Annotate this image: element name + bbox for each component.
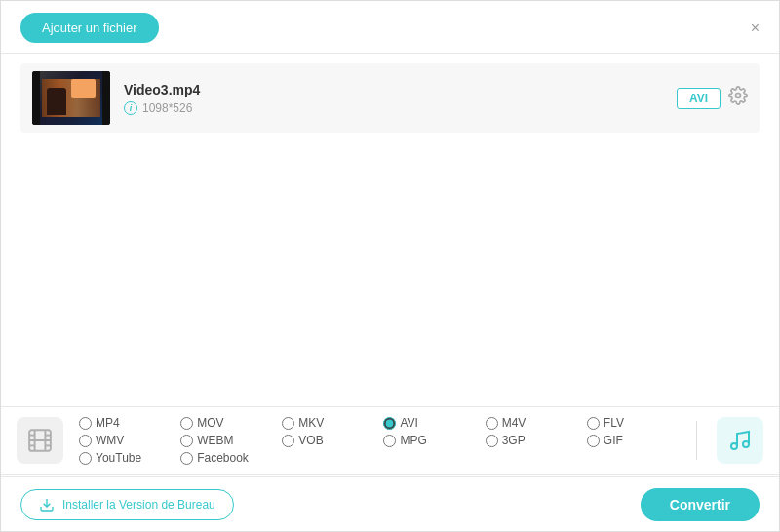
format-option-3gp[interactable]: 3GP (486, 432, 587, 449)
file-meta: i 1098*526 (124, 101, 677, 115)
file-list: Video3.mp4 i 1098*526 AVI (1, 54, 779, 346)
audio-format-button[interactable] (717, 417, 763, 464)
svg-point-10 (743, 441, 749, 447)
format-label-mp4[interactable]: MP4 (96, 416, 120, 430)
format-label-wmv[interactable]: WMV (96, 434, 124, 447)
format-bar: MP4 MOV MKV AVI M4V FLV WMV WEBM (1, 406, 779, 475)
format-label-youtube[interactable]: YouTube (96, 451, 141, 465)
format-label-mov[interactable]: MOV (197, 416, 223, 430)
format-option-gif[interactable]: GIF (587, 432, 688, 449)
svg-point-0 (736, 94, 741, 98)
format-label-facebook[interactable]: Facebook (197, 451, 249, 465)
format-option-m4v[interactable]: M4V (486, 414, 587, 432)
format-label-mkv[interactable]: MKV (298, 416, 324, 430)
file-info: Video3.mp4 i 1098*526 (124, 82, 677, 115)
format-option-webm[interactable]: WEBM (180, 432, 282, 449)
convert-button[interactable]: Convertir (641, 488, 760, 521)
format-option-wmv[interactable]: WMV (79, 432, 180, 449)
video-format-icon-wrap[interactable] (17, 417, 63, 464)
format-label-avi[interactable]: AVI (400, 416, 417, 430)
format-option-mov[interactable]: MOV (180, 414, 282, 432)
format-label-flv[interactable]: FLV (604, 416, 624, 430)
install-desktop-button[interactable]: Installer la Version de Bureau (20, 489, 234, 520)
format-label-gif[interactable]: GIF (604, 434, 623, 447)
film-icon (27, 428, 53, 453)
format-option-vob[interactable]: VOB (282, 432, 383, 449)
footer: Installer la Version de Bureau Convertir (1, 476, 779, 531)
format-option-facebook[interactable]: Facebook (180, 449, 282, 467)
download-icon (39, 497, 55, 513)
close-button[interactable]: × (751, 20, 760, 36)
format-option-youtube[interactable]: YouTube (79, 449, 180, 467)
svg-point-9 (731, 443, 737, 449)
format-label-vob[interactable]: VOB (298, 434, 323, 447)
gear-icon (728, 86, 748, 105)
file-actions: AVI (677, 86, 748, 110)
file-item: Video3.mp4 i 1098*526 AVI (20, 63, 760, 133)
film-strip-visual (32, 71, 110, 125)
format-option-mpg[interactable]: MPG (383, 432, 485, 449)
format-option-mkv[interactable]: MKV (282, 414, 383, 432)
format-option-mp4[interactable]: MP4 (79, 414, 180, 432)
format-label-webm[interactable]: WEBM (197, 434, 233, 447)
header: Ajouter un fichier × (1, 1, 779, 54)
format-option-avi[interactable]: AVI (383, 414, 485, 432)
add-file-button[interactable]: Ajouter un fichier (20, 13, 159, 43)
format-label-3gp[interactable]: 3GP (502, 434, 526, 447)
format-option-flv[interactable]: FLV (587, 414, 688, 432)
settings-button[interactable] (728, 86, 748, 110)
format-label-mpg[interactable]: MPG (400, 434, 426, 447)
install-label: Installer la Version de Bureau (62, 498, 215, 512)
file-thumbnail (32, 71, 110, 125)
file-resolution: 1098*526 (142, 101, 192, 115)
info-icon: i (124, 101, 137, 115)
format-badge-button[interactable]: AVI (677, 88, 721, 109)
format-divider (696, 421, 697, 460)
music-icon (728, 429, 752, 452)
format-label-m4v[interactable]: M4V (502, 416, 526, 430)
file-name: Video3.mp4 (124, 82, 677, 97)
format-options: MP4 MOV MKV AVI M4V FLV WMV WEBM (79, 414, 688, 467)
